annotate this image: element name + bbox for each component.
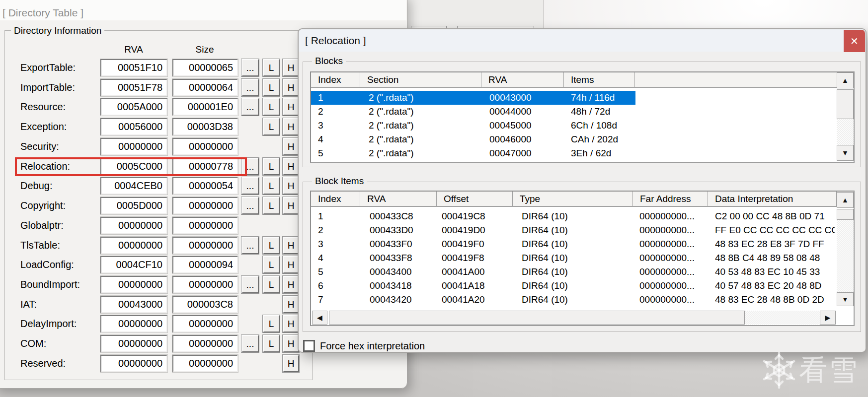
column-header[interactable]: Type: [513, 192, 633, 206]
h-button[interactable]: H: [283, 59, 299, 76]
scrollbar-thumb[interactable]: [837, 209, 854, 220]
h-button[interactable]: H: [283, 138, 299, 155]
size-field[interactable]: 00003D38: [172, 118, 238, 135]
table-row[interactable]: 12 (".rdata")0004300074h / 116d: [311, 91, 854, 105]
rva-field[interactable]: 0005D000: [100, 197, 167, 214]
size-field[interactable]: 000003C8: [172, 296, 238, 313]
rva-field[interactable]: 00000000: [100, 237, 167, 254]
l-button[interactable]: L: [263, 59, 280, 76]
rva-field[interactable]: 00056000: [100, 118, 167, 135]
scrollbar-thumb[interactable]: [837, 89, 854, 119]
size-field[interactable]: 00000000: [172, 197, 238, 214]
dots-button[interactable]: ...: [241, 276, 259, 293]
h-scrollbar-track[interactable]: [745, 311, 820, 325]
h-button[interactable]: H: [283, 335, 299, 352]
l-button[interactable]: L: [263, 315, 280, 332]
column-header[interactable]: Far Address: [633, 192, 708, 206]
h-scrollbar-thumb[interactable]: [329, 311, 745, 325]
dots-button[interactable]: ...: [241, 79, 259, 96]
size-field[interactable]: 00000000: [172, 355, 238, 372]
dots-button[interactable]: ...: [241, 98, 259, 116]
rva-field[interactable]: 00000000: [100, 335, 167, 352]
h-button[interactable]: H: [283, 315, 299, 332]
scroll-right-button[interactable]: ▶: [820, 311, 836, 325]
column-header[interactable]: RVA: [360, 192, 437, 206]
l-button[interactable]: L: [263, 118, 280, 135]
rva-field[interactable]: 0004CF10: [100, 256, 167, 273]
table-row[interactable]: 1000433C8000419C8DIR64 (10)000000000...C…: [311, 209, 854, 223]
size-field[interactable]: 00000000: [172, 138, 238, 155]
rva-field[interactable]: 00000000: [100, 217, 167, 234]
column-header[interactable]: Section: [360, 72, 481, 87]
h-button[interactable]: H: [283, 197, 299, 214]
table-row[interactable]: 52 (".rdata")000470003Eh / 62d: [311, 146, 854, 160]
dots-button[interactable]: ...: [241, 197, 259, 214]
rva-field[interactable]: 00043000: [100, 296, 167, 313]
table-row[interactable]: 32 (".rdata")000450006Ch / 108d: [311, 119, 854, 132]
h-button[interactable]: H: [283, 118, 299, 135]
rva-field[interactable]: 0004CEB0: [100, 177, 167, 195]
scroll-down-button[interactable]: ▼: [837, 145, 854, 161]
size-field[interactable]: 00000000: [172, 217, 238, 234]
size-field[interactable]: 00000094: [172, 256, 238, 273]
size-field[interactable]: 00000000: [172, 237, 238, 254]
column-header[interactable]: RVA: [481, 72, 564, 87]
l-button[interactable]: L: [263, 335, 280, 352]
l-button[interactable]: L: [263, 158, 280, 175]
rva-field[interactable]: 0005A000: [100, 98, 167, 116]
column-header[interactable]: Items: [564, 72, 635, 87]
size-field[interactable]: 00000064: [172, 79, 238, 96]
table-row[interactable]: 4000433F8000419F8DIR64 (10)000000000...4…: [311, 251, 854, 265]
size-field[interactable]: 000001E0: [172, 98, 238, 116]
table-row[interactable]: 70004342000041A20DIR64 (10)000000000...4…: [311, 293, 854, 307]
h-button[interactable]: H: [283, 98, 299, 116]
h-button[interactable]: H: [283, 296, 299, 313]
size-field[interactable]: 00000054: [172, 177, 238, 195]
h-button[interactable]: H: [283, 158, 299, 175]
column-header[interactable]: Data Interpretation: [708, 192, 837, 206]
table-row[interactable]: 42 (".rdata")00046000CAh / 202d: [311, 132, 854, 146]
scroll-left-button[interactable]: ◀: [312, 311, 327, 325]
force-hex-checkbox[interactable]: [303, 340, 315, 352]
rva-field[interactable]: 00051F10: [100, 59, 167, 76]
h-button[interactable]: H: [283, 276, 299, 293]
l-button[interactable]: L: [263, 237, 280, 254]
scrollbar-track[interactable]: [837, 220, 854, 292]
dots-button[interactable]: ...: [241, 177, 259, 195]
l-button[interactable]: L: [263, 98, 280, 116]
size-field[interactable]: 00000000: [172, 276, 238, 293]
l-button[interactable]: L: [263, 197, 280, 214]
size-field[interactable]: 00000000: [172, 335, 238, 352]
scroll-up-button[interactable]: ▲: [837, 72, 854, 88]
dots-button[interactable]: ...: [241, 59, 259, 76]
table-row[interactable]: 22 (".rdata")0004400048h / 72d: [311, 105, 854, 119]
rva-field[interactable]: 00000000: [100, 138, 167, 155]
rva-field[interactable]: 00000000: [100, 276, 167, 293]
dots-button[interactable]: ...: [241, 237, 259, 254]
rva-field[interactable]: 00000000: [100, 355, 167, 372]
scroll-up-button[interactable]: ▲: [837, 192, 854, 208]
table-row[interactable]: 2000433D0000419D0DIR64 (10)000000000...F…: [311, 223, 854, 237]
blocks-table[interactable]: IndexSectionRVAItems12 (".rdata")0004300…: [310, 71, 855, 163]
h-button[interactable]: H: [283, 256, 299, 273]
scroll-down-button[interactable]: ▼: [837, 292, 854, 306]
column-header[interactable]: Index: [311, 72, 360, 87]
l-button[interactable]: L: [263, 79, 280, 96]
table-row[interactable]: 50004340000041A00DIR64 (10)000000000...4…: [311, 265, 854, 279]
scrollbar-track[interactable]: [837, 119, 854, 145]
table-row[interactable]: 60004341800041A18DIR64 (10)000000000...4…: [311, 279, 854, 293]
size-field[interactable]: 00000065: [172, 59, 238, 76]
size-field[interactable]: 00000000: [172, 315, 238, 332]
h-button[interactable]: H: [283, 237, 299, 254]
h-button[interactable]: H: [283, 355, 299, 372]
column-header[interactable]: Index: [311, 192, 360, 206]
l-button[interactable]: L: [263, 256, 280, 273]
rva-field[interactable]: 00051F78: [100, 79, 167, 96]
h-button[interactable]: H: [283, 79, 299, 96]
column-header[interactable]: Offset: [437, 192, 513, 206]
close-button[interactable]: ✕: [844, 30, 865, 52]
rva-field[interactable]: 00000000: [100, 315, 167, 332]
block-items-table[interactable]: IndexRVAOffsetTypeFar AddressData Interp…: [310, 191, 855, 326]
l-button[interactable]: L: [263, 177, 280, 195]
h-button[interactable]: H: [283, 177, 299, 195]
